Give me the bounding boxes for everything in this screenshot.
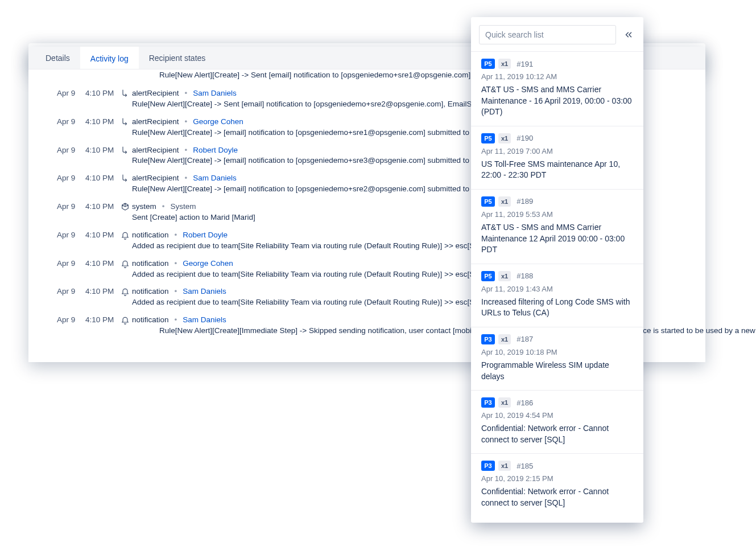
alert-title: AT&T US - SMS and MMS Carrier Maintenanc…: [481, 84, 633, 118]
log-time: 4:10 PM: [85, 230, 118, 252]
alert-title: Confidential: Network error - Cannot con…: [481, 423, 633, 445]
alert-item[interactable]: P5 x1 #188 Apr 11, 2019 1:43 AM Increase…: [471, 264, 643, 327]
alert-title: Programmable Wireless SIM update delays: [481, 360, 633, 382]
count-badge: x1: [498, 334, 511, 344]
log-type-icon: [118, 258, 132, 280]
alert-id: #185: [517, 462, 533, 470]
alert-timestamp: Apr 11, 2019 10:12 AM: [481, 72, 633, 81]
alert-item[interactable]: P5 x1 #191 Apr 11, 2019 10:12 AM AT&T US…: [471, 51, 643, 126]
search-input[interactable]: [479, 25, 616, 44]
alert-id: #191: [517, 60, 533, 68]
priority-badge: P5: [481, 133, 495, 143]
log-type: alertRecipient: [132, 88, 179, 99]
log-date: Apr 9: [57, 230, 85, 252]
log-type: notification: [132, 258, 169, 269]
alert-timestamp: Apr 10, 2019 2:15 PM: [481, 474, 633, 483]
alerts-side-panel: P5 x1 #191 Apr 11, 2019 10:12 AM AT&T US…: [471, 17, 643, 523]
log-message: Rule[New Alert][Create][Immediate Step] …: [159, 326, 756, 336]
priority-badge: P5: [481, 196, 495, 207]
separator-dot: •: [175, 315, 177, 326]
tab-recipient-states[interactable]: Recipient states: [139, 47, 216, 69]
log-time: 4:10 PM: [85, 258, 118, 280]
alert-timestamp: Apr 11, 2019 1:43 AM: [481, 285, 633, 293]
alert-id: #189: [517, 197, 533, 206]
log-actor[interactable]: George Cohen: [183, 258, 233, 269]
priority-badge: P5: [481, 59, 495, 69]
recipient-icon: [121, 146, 130, 155]
separator-dot: •: [175, 286, 177, 297]
alert-timestamp: Apr 11, 2019 5:53 AM: [481, 210, 633, 219]
alert-id: #186: [517, 399, 533, 407]
log-actor[interactable]: Sam Daniels: [183, 286, 226, 297]
count-badge: x1: [498, 59, 511, 69]
log-type: notification: [132, 286, 169, 297]
collapse-panel-button[interactable]: [622, 28, 635, 42]
log-date: Apr 9: [57, 202, 85, 223]
alert-id: #188: [517, 272, 533, 280]
alert-title: Confidential: Network error - Cannot con…: [481, 486, 633, 508]
alert-timestamp: Apr 10, 2019 10:18 PM: [481, 348, 633, 356]
alert-item[interactable]: P5 x1 #190 Apr 11, 2019 7:00 AM US Toll-…: [471, 126, 643, 189]
alert-id: #187: [517, 335, 533, 343]
alert-id: #190: [517, 134, 533, 142]
log-type: alertRecipient: [132, 173, 179, 184]
log-time: 4:10 PM: [85, 202, 118, 223]
bell-icon: [121, 259, 130, 268]
recipient-icon: [121, 174, 130, 183]
log-type-icon: [118, 202, 132, 223]
alert-list: P5 x1 #191 Apr 11, 2019 10:12 AM AT&T US…: [471, 51, 643, 517]
alert-item[interactable]: P5 x1 #189 Apr 11, 2019 5:53 AM AT&T US …: [471, 189, 643, 264]
recipient-icon: [121, 89, 130, 98]
alert-item[interactable]: P3 x1 #185 Apr 10, 2019 2:15 PM Confiden…: [471, 453, 643, 516]
bell-icon: [121, 231, 130, 240]
separator-dot: •: [162, 202, 165, 212]
alert-item[interactable]: P3 x1 #186 Apr 10, 2019 4:54 PM Confiden…: [471, 390, 643, 453]
log-type: system: [132, 202, 156, 212]
log-date: Apr 9: [57, 88, 85, 110]
log-date: Apr 9: [57, 145, 85, 167]
log-type-icon: [118, 173, 132, 195]
log-date: Apr 9: [57, 286, 85, 308]
log-date: Apr 9: [57, 173, 85, 195]
log-date: Apr 9: [57, 315, 85, 346]
log-date: Apr 9: [57, 258, 85, 280]
separator-dot: •: [185, 145, 188, 156]
log-time: 4:10 PM: [85, 88, 118, 110]
bell-icon: [121, 287, 130, 296]
log-date: Apr 9: [57, 117, 85, 138]
log-type-icon: [118, 145, 132, 167]
log-actor[interactable]: Robert Doyle: [183, 230, 228, 241]
priority-badge: P3: [481, 334, 495, 344]
count-badge: x1: [498, 196, 511, 207]
alert-title: Increased filtering of Long Code SMS wit…: [481, 297, 633, 319]
separator-dot: •: [185, 88, 188, 99]
log-time: 4:10 PM: [85, 173, 118, 195]
log-actor[interactable]: Robert Doyle: [193, 145, 238, 156]
log-type: alertRecipient: [132, 117, 179, 128]
log-type-icon: [118, 117, 132, 138]
log-time: 4:10 PM: [85, 145, 118, 167]
bell-icon: [121, 315, 130, 325]
log-actor: System: [171, 202, 196, 212]
priority-badge: P5: [481, 271, 495, 281]
alert-timestamp: Apr 11, 2019 7:00 AM: [481, 147, 633, 155]
system-icon: [121, 202, 130, 211]
log-actor[interactable]: Sam Daniels: [183, 315, 226, 326]
log-actor[interactable]: Sam Daniels: [193, 173, 237, 184]
alert-item[interactable]: P3 x1 #187 Apr 10, 2019 10:18 PM Program…: [471, 327, 643, 390]
priority-badge: P3: [481, 397, 495, 408]
tab-details[interactable]: Details: [35, 47, 80, 69]
log-time: 4:10 PM: [85, 315, 118, 346]
log-time: 4:10 PM: [85, 117, 118, 138]
separator-dot: •: [185, 117, 188, 128]
log-actor[interactable]: George Cohen: [193, 117, 243, 128]
log-type-icon: [118, 286, 132, 308]
alert-title: US Toll-Free SMS maintenance Apr 10, 22:…: [481, 159, 633, 181]
priority-badge: P3: [481, 461, 495, 471]
tab-activity-log[interactable]: Activity log: [80, 47, 139, 69]
count-badge: x1: [498, 397, 511, 408]
log-type-icon: [118, 88, 132, 110]
count-badge: x1: [498, 271, 511, 281]
alert-timestamp: Apr 10, 2019 4:54 PM: [481, 411, 633, 420]
log-actor[interactable]: Sam Daniels: [193, 88, 237, 99]
